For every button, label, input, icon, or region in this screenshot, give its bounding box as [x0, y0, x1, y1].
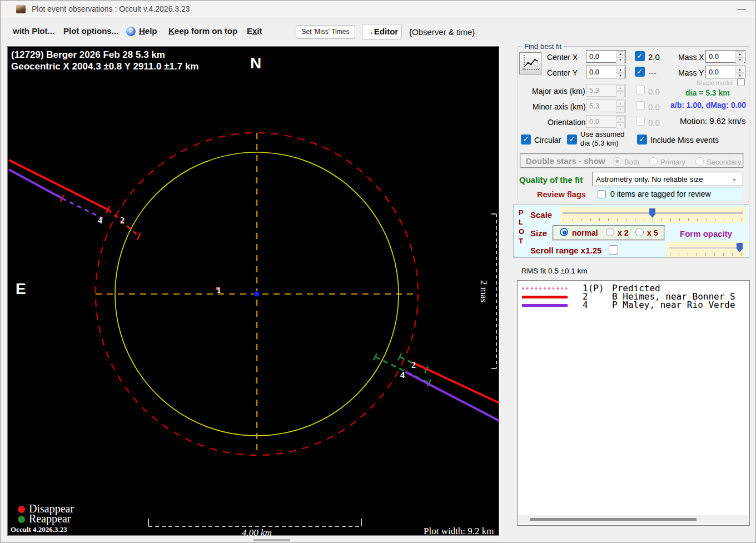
orientation-value: 0.0	[589, 117, 599, 126]
chord2-exit-label: 2	[411, 360, 416, 370]
mass-x-spinner[interactable]: 0.0▲▼	[705, 50, 745, 63]
size-x2-label: x 2	[618, 228, 628, 237]
menu-keep-on-top[interactable]: Keep form on top	[168, 26, 237, 36]
plot-title: (12729) Berger 2026 Feb 28 5.3 km Geocen…	[11, 49, 199, 72]
km-scale-label: 4.00 km	[229, 527, 285, 539]
include-miss-checkbox[interactable]: ✓	[637, 134, 647, 145]
predicted-point-label: 1	[217, 286, 221, 295]
major-axis-value: 5.3	[589, 86, 599, 94]
size-x5-label: x 5	[647, 228, 658, 237]
review-flags-label: Review flags	[537, 190, 586, 199]
form-opacity-thumb[interactable]	[737, 243, 743, 252]
minor-axis-check-label: 0.0	[648, 102, 660, 112]
major-axis-arrows: ▲▼	[616, 85, 625, 96]
mass-x-value: 0.0	[709, 52, 719, 61]
major-axis-spinner: 5.3▲▼	[586, 84, 626, 97]
list-scrollbar-thumb[interactable]	[530, 518, 697, 521]
major-axis-label: Major axis (km)	[532, 87, 585, 96]
occultation-plot[interactable]: (12729) Berger 2026 Feb 28 5.3 km Geocen…	[7, 46, 499, 536]
menu-with-plot[interactable]: with Plot...	[13, 26, 54, 36]
mass-y-arrows[interactable]: ▲▼	[735, 67, 744, 77]
size-normal-radio[interactable]	[560, 228, 568, 236]
center-y-arrows[interactable]: ▲▼	[616, 67, 625, 77]
minimize-button[interactable]: —	[733, 4, 750, 16]
minor-axis-arrows: ▲▼	[616, 101, 625, 111]
east-label: E	[16, 280, 26, 298]
dia-label: dia = 5.3 km	[685, 88, 730, 97]
fit-plot-button[interactable]	[519, 52, 541, 74]
chord4-entry	[9, 170, 103, 218]
menu-exit[interactable]: Exit	[247, 26, 262, 36]
center-x-value: 0.0	[589, 52, 599, 61]
plot-horizontal-scrollbar[interactable]	[253, 539, 290, 541]
menu-help[interactable]: Help	[139, 26, 157, 36]
menu-keep-accel: K	[168, 26, 175, 36]
chord2-entry	[9, 160, 141, 240]
ab-dmag-label: a/b: 1.00, dMag: 0.00	[670, 101, 746, 109]
center-dot	[254, 291, 260, 297]
list-item-name: Predicted	[612, 284, 660, 293]
chord4-entry-label: 4	[98, 216, 102, 226]
form-opacity-slider[interactable]	[667, 242, 745, 257]
menu-plot-options[interactable]: Plot options...	[63, 26, 118, 36]
menu-exit-pre: E	[247, 26, 252, 36]
scroll-range-label: Scroll range x1.25	[530, 246, 601, 255]
list-item-name: P Maley, near Rio Verde	[612, 301, 735, 310]
orientation-arrows: ▲▼	[616, 116, 625, 127]
center-y-spinner[interactable]: 0.0▲▼	[586, 66, 626, 78]
plot-title-line2: Geocentric X 2004.3 ±0.8 Y 2911.0 ±1.7 k…	[11, 61, 199, 72]
center-x-check-label: 2.0	[648, 52, 660, 62]
orientation-label: Orientation	[548, 118, 585, 127]
scale-slider-ticks	[564, 218, 742, 221]
mas-scale-bracket	[491, 214, 496, 368]
mass-x-arrows[interactable]: ▲▼	[735, 51, 744, 62]
quality-of-fit-select[interactable]: Astrometry only. No reliable size	[592, 172, 743, 186]
list-item-number: 4	[583, 301, 588, 310]
center-x-checkbox[interactable]: ✓	[635, 51, 645, 61]
list-item-name: B Heimes, near Bonner S	[612, 292, 735, 301]
reappear-label: Reappear	[29, 512, 71, 525]
use-assumed-checkbox[interactable]: ✓	[567, 134, 577, 145]
size-x5-radio[interactable]	[635, 228, 644, 236]
plot-letter-t: T	[519, 237, 523, 245]
center-y-checkbox[interactable]: ✓	[635, 67, 645, 77]
plot-title-line1: (12729) Berger 2026 Feb 28 5.3 km	[11, 49, 199, 61]
center-y-label: Center Y	[547, 68, 578, 77]
mass-y-spinner[interactable]: 0.0▲▼	[705, 66, 745, 78]
reappear-dot-icon	[18, 516, 25, 523]
observer-time-label: {Observer & time}	[409, 27, 475, 37]
plot-letter-p: P	[519, 208, 524, 217]
editor-button[interactable]: →Editor	[362, 24, 402, 39]
scale-slider-thumb[interactable]	[649, 208, 655, 218]
km-scale-bracket	[148, 519, 361, 526]
mas-scale-label: 2 mas	[478, 280, 489, 302]
scale-slider[interactable]	[560, 207, 745, 223]
rms-fit-label: RMS fit 0.5 ±0.1 km	[521, 267, 587, 275]
scroll-range-checkbox[interactable]	[609, 245, 618, 255]
help-icon[interactable]: ?	[126, 27, 136, 36]
chord4-exit-label: 4	[400, 370, 405, 380]
find-best-fit-label: Find best fit	[522, 42, 564, 51]
review-flags-checkbox[interactable]	[598, 190, 606, 198]
menu-help-accel: H	[139, 26, 145, 36]
size-x2-radio[interactable]	[606, 228, 614, 236]
list-item[interactable]: 4 P Maley, near Rio Verde	[518, 301, 749, 310]
set-miss-times-button[interactable]: Set 'Miss' Times	[296, 25, 355, 39]
list-item-number: 1(P)	[583, 284, 604, 293]
minor-axis-checkbox	[636, 101, 645, 110]
plot-letter-o: O	[519, 227, 524, 236]
center-x-arrows[interactable]: ▲▼	[616, 51, 625, 62]
circular-checkbox[interactable]: ✓	[521, 134, 531, 145]
orientation-checkbox	[636, 117, 645, 126]
list-horizontal-scrollbar[interactable]	[518, 515, 748, 524]
list-item[interactable]: 2 B Heimes, near Bonner S	[518, 292, 749, 301]
chevron-down-icon[interactable]: ⌄	[732, 175, 737, 182]
shape-model-checkbox[interactable]	[737, 78, 745, 86]
double-stars-secondary-label: Secondary	[707, 158, 741, 166]
shape-model-label: Shape model	[697, 79, 733, 86]
use-assumed-label: Use assumed dia (5.3 km)	[580, 130, 624, 148]
observations-legend-list[interactable]: 1(P) Predicted 2 B Heimes, near Bonner S…	[517, 280, 750, 526]
center-x-spinner[interactable]: 0.0▲▼	[586, 50, 626, 63]
list-item[interactable]: 1(P) Predicted	[518, 284, 749, 293]
fit-chart-icon	[520, 53, 541, 74]
